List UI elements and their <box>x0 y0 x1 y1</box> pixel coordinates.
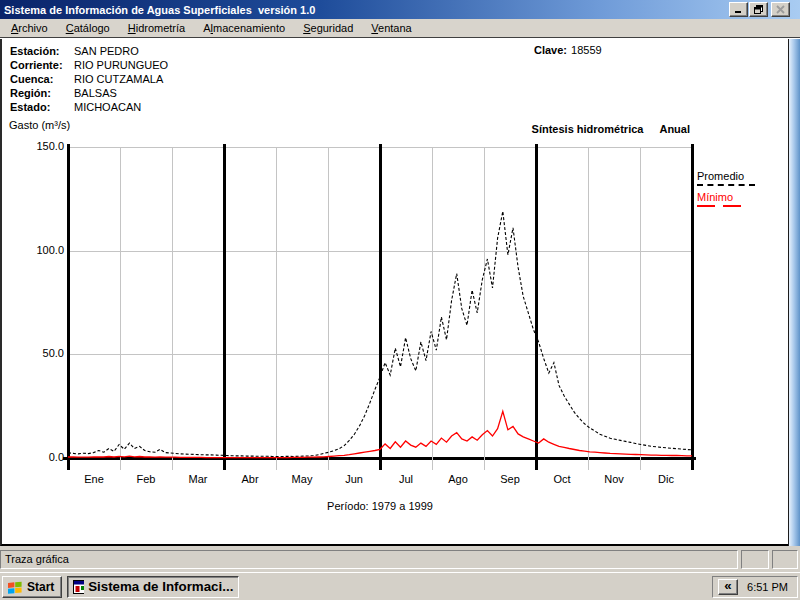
station-row: Estación:SAN PEDRO <box>10 44 168 58</box>
menu-item-catalogo[interactable]: Catálogo <box>57 20 119 36</box>
x-tick-label: Jun <box>328 473 380 485</box>
close-icon <box>776 5 785 14</box>
clock: 6:51 PM <box>747 581 788 593</box>
x-tick-label: Mar <box>172 473 224 485</box>
minimize-icon <box>734 5 743 14</box>
status-panel-main: Traza gráfica <box>0 550 738 569</box>
clave-value: 18559 <box>571 44 602 56</box>
minimize-button[interactable] <box>729 2 748 17</box>
menu-item-archivo[interactable]: Archivo <box>2 20 57 36</box>
system-tray: « 6:51 PM <box>712 576 798 598</box>
series-line-promedio <box>68 211 692 456</box>
menu-item-seguridad[interactable]: Seguridad <box>294 20 362 36</box>
chart-title: Síntesis hidrométricaAnual <box>532 123 690 135</box>
legend-label-minimo: Mínimo <box>697 191 787 204</box>
plot-area: 0.050.0100.0150.0EneFebMarAbrMayJunJulAg… <box>68 147 692 458</box>
statusbar: Traza gráfica <box>0 546 800 572</box>
y-axis-title: Gasto (m³/s) <box>9 119 70 131</box>
station-label: Región: <box>10 86 74 100</box>
y-tick-label: 100.0 <box>20 244 64 256</box>
station-label: Corriente: <box>10 58 74 72</box>
period-label: Período: 1979 a 1999 <box>68 500 692 512</box>
windows-flag-icon <box>7 580 23 594</box>
x-tick-label: Nov <box>588 473 640 485</box>
menu-item-almacenamiento[interactable]: Almacenamiento <box>194 20 294 36</box>
status-panel <box>772 550 798 569</box>
task-label: Sistema de Informaci... <box>88 579 233 594</box>
station-row: Estado:MICHOACAN <box>10 100 168 114</box>
window-title: Sistema de Información de Aguas Superfic… <box>4 4 315 16</box>
station-label: Cuenca: <box>10 72 74 86</box>
clave-label: Clave: <box>534 44 567 56</box>
chart-subtitle-text: Anual <box>659 123 690 135</box>
x-tick-label: Feb <box>120 473 172 485</box>
start-label: Start <box>27 580 54 594</box>
station-value: BALSAS <box>74 87 117 99</box>
station-value: RIO CUTZAMALA <box>74 73 163 85</box>
background-window-edge <box>788 39 800 546</box>
y-tick-label: 150.0 <box>20 140 64 152</box>
close-button[interactable] <box>771 2 790 17</box>
station-row: Corriente:RIO PURUNGUEO <box>10 58 168 72</box>
menu-item-hidrometria[interactable]: Hidrometría <box>119 20 194 36</box>
collapse-chevron-icon[interactable]: « <box>718 579 738 595</box>
status-panel <box>741 550 769 569</box>
station-value: MICHOACAN <box>74 101 141 113</box>
task-button-sistema[interactable]: Sistema de Informaci... <box>67 576 239 598</box>
window-controls <box>728 2 790 17</box>
menubar: ArchivoCatálogoHidrometríaAlmacenamiento… <box>0 19 800 38</box>
x-tick-label: Dic <box>640 473 692 485</box>
x-tick-label: Abr <box>224 473 276 485</box>
y-tick-label: 50.0 <box>20 347 64 359</box>
taskbar: Start Sistema de Informaci... « 6:51 PM <box>0 572 800 600</box>
legend-label-promedio: Promedio <box>697 170 787 183</box>
x-tick-label: May <box>276 473 328 485</box>
titlebar: Sistema de Información de Aguas Superfic… <box>0 0 800 19</box>
promedio-line-sample-icon <box>697 184 755 186</box>
x-tick-label: Ago <box>432 473 484 485</box>
chart-legend: Promedio Mínimo <box>697 170 787 207</box>
minimo-line-sample-icon <box>697 205 741 207</box>
status-text: Traza gráfica <box>5 553 69 565</box>
station-row: Región:BALSAS <box>10 86 168 100</box>
restore-icon <box>754 5 764 14</box>
station-value: SAN PEDRO <box>74 45 139 57</box>
app-icon <box>73 580 84 594</box>
series-lines <box>68 147 692 458</box>
station-key: Clave:18559 <box>534 44 602 56</box>
station-value: RIO PURUNGUEO <box>74 59 168 71</box>
x-tick-label: Jul <box>380 473 432 485</box>
menu-item-ventana[interactable]: Ventana <box>362 20 420 36</box>
chart-title-text: Síntesis hidrométrica <box>532 123 644 135</box>
station-label: Estado: <box>10 100 74 114</box>
y-tick-label: 0.0 <box>20 451 64 463</box>
x-tick-label: Ene <box>68 473 120 485</box>
x-tick-label: Oct <box>536 473 588 485</box>
station-row: Cuenca:RIO CUTZAMALA <box>10 72 168 86</box>
station-info: Estación:SAN PEDRO Corriente:RIO PURUNGU… <box>10 44 168 114</box>
start-button[interactable]: Start <box>2 576 62 598</box>
client-area: Estación:SAN PEDRO Corriente:RIO PURUNGU… <box>0 39 788 546</box>
station-label: Estación: <box>10 44 74 58</box>
x-tick-label: Sep <box>484 473 536 485</box>
restore-button[interactable] <box>749 2 768 17</box>
